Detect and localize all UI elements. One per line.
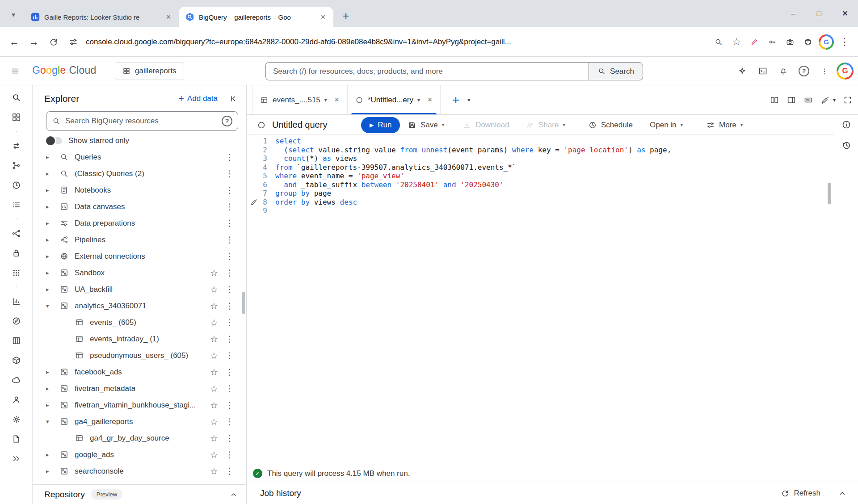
- expander-icon[interactable]: ▸: [46, 170, 59, 177]
- refresh-button[interactable]: Refresh: [781, 489, 820, 498]
- show-starred-toggle[interactable]: [46, 137, 62, 144]
- editor-tab-untitled-query[interactable]: *Untitled...ery ▾ ×: [348, 85, 441, 114]
- tree-item-pipelines[interactable]: ▸Pipelines⋮: [33, 231, 246, 248]
- star-icon[interactable]: ☆: [206, 466, 222, 477]
- more-actions-icon[interactable]: ⋮: [222, 152, 237, 162]
- star-icon[interactable]: ☆: [206, 416, 222, 427]
- apps-icon[interactable]: [6, 264, 26, 281]
- star-icon[interactable]: ☆: [206, 284, 222, 295]
- expander-icon[interactable]: ▸: [46, 236, 59, 243]
- tree-item-data-canvases[interactable]: ▸Data canvases⋮: [33, 198, 246, 215]
- queries-list-icon[interactable]: [6, 196, 26, 213]
- expander-icon[interactable]: ▸: [46, 187, 59, 193]
- star-icon[interactable]: ☆: [206, 268, 222, 278]
- expander-icon[interactable]: ▸: [46, 369, 59, 375]
- tree-item-ua-backfill[interactable]: ▸UA_backfill☆⋮: [33, 281, 246, 298]
- sql-assist-pen-icon[interactable]: [820, 95, 830, 105]
- collapse-explorer-icon[interactable]: [228, 94, 238, 104]
- tree-item-pseudonymous-users-605[interactable]: pseudonymous_users_ (605)☆⋮: [33, 347, 246, 364]
- find-icon[interactable]: [710, 32, 728, 52]
- expand-rail-icon[interactable]: [6, 450, 26, 467]
- more-actions-icon[interactable]: ⋮: [222, 218, 237, 228]
- forward-icon[interactable]: →: [24, 32, 44, 52]
- more-actions-icon[interactable]: ⋮: [222, 251, 237, 261]
- more-actions-icon[interactable]: ⋮: [222, 350, 237, 361]
- expander-icon[interactable]: ▸: [46, 402, 59, 408]
- more-menu-icon[interactable]: ⋮: [814, 61, 835, 81]
- expander-icon[interactable]: ▸: [46, 269, 59, 276]
- tree-item-analytics-340360071[interactable]: ▾analytics_340360071☆⋮: [33, 298, 246, 314]
- tree-item-events-605[interactable]: events_ (605)☆⋮: [33, 314, 246, 331]
- google-cloud-logo[interactable]: GoogleCloud: [32, 64, 97, 76]
- gemini-icon[interactable]: [732, 61, 753, 81]
- star-icon[interactable]: ☆: [206, 367, 222, 378]
- tree-item-events-intraday-1[interactable]: events_intraday_ (1)☆⋮: [33, 331, 246, 347]
- star-icon[interactable]: ☆: [206, 433, 222, 444]
- account-avatar[interactable]: G: [837, 63, 854, 80]
- more-actions-icon[interactable]: ⋮: [222, 383, 237, 394]
- more-actions-icon[interactable]: ⋮: [222, 334, 237, 344]
- explorer-search-input[interactable]: Search BigQuery resources ?: [46, 111, 238, 131]
- expander-icon[interactable]: ▾: [46, 302, 59, 309]
- sandbox-icon[interactable]: [6, 352, 26, 369]
- expander-icon[interactable]: ▸: [46, 154, 59, 160]
- extension-pen-icon[interactable]: [745, 32, 763, 52]
- extensions-puzzle-icon[interactable]: [799, 32, 817, 52]
- tree-item-sandbox[interactable]: ▸Sandbox☆⋮: [33, 265, 246, 281]
- tree-item-facebook-ads[interactable]: ▸facebook_ads☆⋮: [33, 364, 246, 380]
- browser-tab-bigquery[interactable]: BigQuery – gaillereports – Goo ×: [179, 7, 333, 27]
- star-icon[interactable]: ☆: [206, 350, 222, 361]
- tree-item-ga4-gr-by-day-source[interactable]: ga4_gr_by_day_source☆⋮: [33, 430, 246, 446]
- split-tab-icon[interactable]: [770, 95, 779, 105]
- console-search-button[interactable]: Search: [589, 62, 643, 80]
- side-panel-icon[interactable]: [786, 95, 796, 105]
- star-icon[interactable]: ☆: [206, 449, 222, 460]
- help-icon[interactable]: ?: [794, 61, 814, 81]
- chevron-up-icon[interactable]: [229, 490, 238, 499]
- console-search-input[interactable]: Search (/) for resources, docs, products…: [265, 62, 589, 80]
- release-notes-icon[interactable]: [6, 430, 26, 447]
- expander-icon[interactable]: ▸: [46, 203, 59, 210]
- code-lines[interactable]: select (select value.string_value from u…: [275, 137, 830, 215]
- more-actions-icon[interactable]: ⋮: [222, 301, 237, 311]
- new-tab-button[interactable]: +: [338, 8, 354, 24]
- cloud-icon[interactable]: [6, 371, 26, 388]
- minimize-button[interactable]: –: [780, 0, 806, 27]
- data-lineage-icon[interactable]: [6, 225, 26, 242]
- close-tab-icon[interactable]: ×: [424, 94, 436, 106]
- notifications-bell-icon[interactable]: [773, 61, 794, 81]
- chevron-down-icon[interactable]: ▾: [833, 97, 836, 103]
- history-panel-icon[interactable]: [841, 140, 852, 151]
- tree-item-queries[interactable]: ▸Queries⋮: [33, 151, 246, 165]
- tree-item-external-connections[interactable]: ▸External connections⋮: [33, 248, 246, 265]
- tree-item-ga4-gaillereports[interactable]: ▾ga4_gaillereports☆⋮: [33, 413, 246, 430]
- download-button[interactable]: Download: [463, 115, 509, 135]
- tree-item-google-ads[interactable]: ▸google_ads☆⋮: [33, 446, 246, 463]
- star-icon[interactable]: ☆: [206, 383, 222, 394]
- info-panel-icon[interactable]: [841, 119, 852, 130]
- schedule-button[interactable]: Schedule: [588, 115, 633, 135]
- chevron-down-icon[interactable]: ▾: [417, 97, 420, 103]
- chrome-profile-avatar[interactable]: G: [819, 34, 834, 50]
- expander-icon[interactable]: ▾: [46, 418, 59, 425]
- hamburger-menu-icon[interactable]: [5, 61, 25, 81]
- editor-scrollbar[interactable]: [828, 183, 831, 204]
- tree-item-data-preparations[interactable]: ▸Data preparations⋮: [33, 215, 246, 231]
- fullscreen-icon[interactable]: [843, 95, 853, 105]
- more-actions-icon[interactable]: ⋮: [222, 168, 237, 179]
- camera-extension-icon[interactable]: [781, 32, 799, 52]
- analytics-hub-icon[interactable]: [6, 293, 26, 310]
- open-in-button[interactable]: Open in▾: [650, 115, 683, 135]
- bookmark-star-icon[interactable]: ☆: [728, 32, 745, 52]
- chevron-down-icon[interactable]: ▾: [324, 97, 327, 103]
- reload-icon[interactable]: [44, 32, 63, 52]
- tree-item-searchconsole[interactable]: ▸searchconsole☆⋮: [33, 463, 246, 479]
- more-actions-icon[interactable]: ⋮: [222, 449, 237, 460]
- tree-item-fivetran-vitamin-bunkhouse-stagi[interactable]: ▸fivetran_vitamin_bunkhouse_stagi...☆⋮: [33, 397, 246, 413]
- expander-icon[interactable]: ▸: [46, 451, 59, 458]
- compass-icon[interactable]: [6, 312, 26, 329]
- bigquery-pinned-icon[interactable]: [6, 89, 26, 106]
- close-window-button[interactable]: ✕: [832, 0, 858, 27]
- browser-tab-looker[interactable]: Gaille Reports: Looker Studio re ×: [24, 7, 179, 27]
- transfers-icon[interactable]: [6, 137, 26, 154]
